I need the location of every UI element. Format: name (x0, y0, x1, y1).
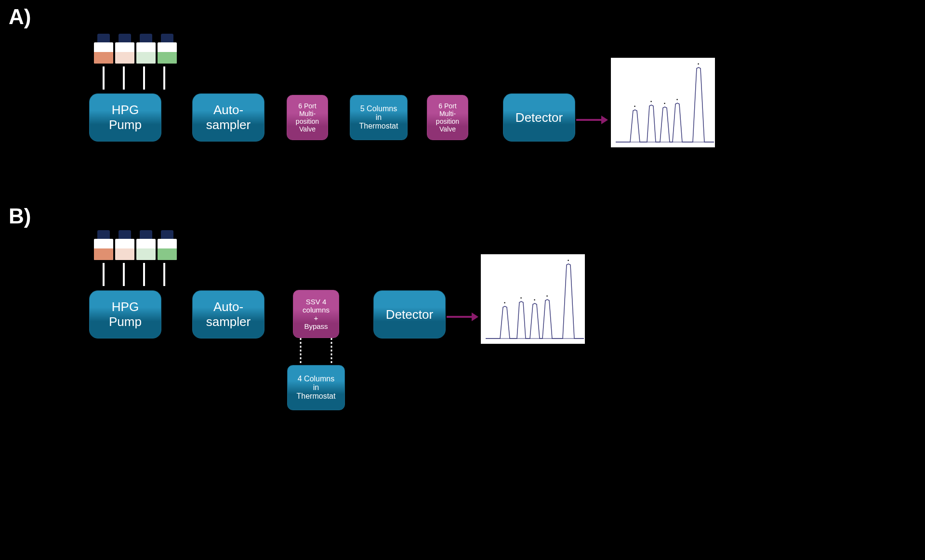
bottle-a1 (94, 34, 113, 63)
bottle-a3 (136, 34, 156, 63)
bottle-tube (123, 66, 125, 90)
bottle-b1 (94, 230, 113, 259)
bottle-tube (103, 66, 105, 90)
svg-text:•: • (568, 258, 569, 263)
ssv-b: SSV 4 columns + Bypass (293, 290, 339, 338)
columns-a: 5 Columns in Thermostat (350, 95, 408, 140)
bottles-a (94, 34, 177, 90)
section-a-label: A) (9, 5, 31, 29)
svg-text:•: • (634, 104, 635, 109)
svg-text:•: • (650, 99, 652, 104)
chromatogram-b: • • • • • (480, 253, 586, 345)
valve2-a: 6 Port Multi- position Valve (427, 95, 468, 140)
bottle-fill (158, 248, 177, 260)
svg-text:•: • (664, 101, 665, 106)
svg-text:•: • (520, 296, 522, 300)
detector-b: Detector (373, 290, 446, 339)
bottle-fill (136, 248, 156, 260)
svg-text:•: • (504, 300, 505, 305)
arrow-detector-b (447, 313, 478, 321)
chromatogram-svg: • • • • • (481, 254, 587, 346)
svg-text:•: • (534, 298, 535, 302)
chromatogram-a: • • • • • (610, 57, 716, 148)
bottle-fill (115, 248, 134, 260)
autosampler-b: Auto- sampler (192, 290, 264, 339)
ssv-column-connector (287, 337, 345, 366)
bottle-fill (94, 248, 113, 260)
bottle-a4 (158, 34, 177, 63)
bottle-a2 (115, 34, 134, 63)
bottle-b3 (136, 230, 156, 259)
hpg-pump-b: HPG Pump (89, 290, 161, 339)
bottle-tube (103, 263, 105, 286)
bottle-fill (158, 52, 177, 64)
autosampler-a: Auto- sampler (192, 93, 264, 142)
section-b-label: B) (9, 204, 31, 228)
bottle-tube (123, 263, 125, 286)
bottle-tube (163, 263, 165, 286)
svg-text:•: • (546, 294, 548, 299)
bottle-tube (143, 263, 145, 286)
hpg-pump-a: HPG Pump (89, 93, 161, 142)
bottle-b4 (158, 230, 177, 259)
svg-text:•: • (676, 97, 678, 102)
detector-a: Detector (503, 93, 575, 142)
valve1-a: 6 Port Multi- position Valve (287, 95, 328, 140)
bottles-b (94, 230, 177, 286)
chromatogram-svg: • • • • • (611, 58, 717, 149)
bottle-fill (115, 52, 134, 64)
columns-b: 4 Columns in Thermostat (287, 365, 345, 410)
bottle-tube (163, 66, 165, 90)
bottle-fill (94, 52, 113, 64)
bottle-fill (136, 52, 156, 64)
bottle-b2 (115, 230, 134, 259)
svg-text:•: • (698, 62, 699, 66)
bottle-tube (143, 66, 145, 90)
arrow-detector-a (576, 116, 608, 124)
